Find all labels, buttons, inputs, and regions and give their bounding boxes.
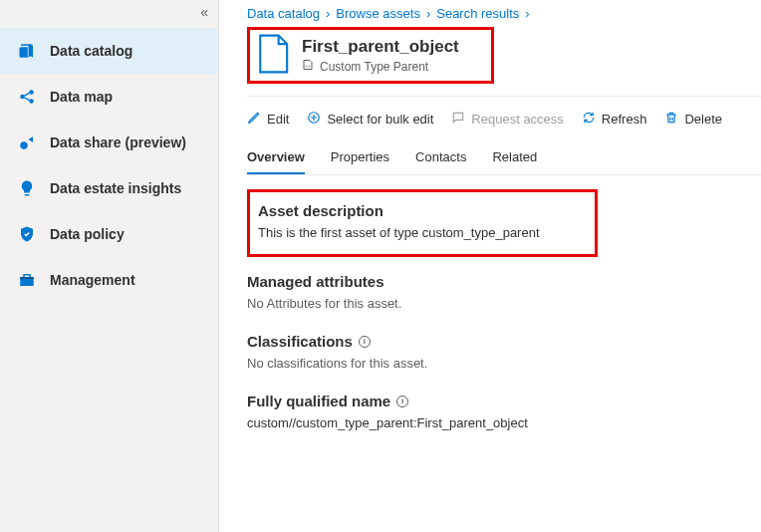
fully-qualified-name-section: Fully qualified name i custom//custom_ty… — [247, 377, 761, 436]
tab-overview[interactable]: Overview — [247, 143, 305, 174]
section-heading: Asset description — [258, 202, 587, 219]
chat-icon — [451, 111, 465, 128]
classifications-section: Classifications i No classifications for… — [247, 317, 761, 377]
asset-description-section: Asset description This is the first asse… — [247, 189, 598, 257]
info-icon[interactable]: i — [359, 336, 371, 348]
sidebar: « Data catalog Data map Data share (prev… — [0, 0, 219, 532]
section-heading: Fully qualified name i — [247, 393, 761, 409]
section-heading: Classifications i — [247, 333, 761, 350]
svg-rect-4 — [20, 277, 34, 279]
plus-circle-icon — [307, 111, 321, 128]
sidebar-item-data-share[interactable]: Data share (preview) — [0, 120, 218, 165]
sidebar-item-label: Data map — [50, 89, 113, 105]
managed-attributes-section: Managed attributes No Attributes for thi… — [247, 257, 761, 317]
section-text: custom//custom_type_parent:First_parent_… — [247, 415, 761, 430]
sidebar-item-label: Data share (preview) — [50, 134, 186, 150]
chevron-right-icon: › — [525, 6, 529, 21]
refresh-icon — [582, 111, 596, 128]
sidebar-item-data-map[interactable]: Data map — [0, 74, 218, 120]
section-text: No Attributes for this asset. — [247, 296, 761, 311]
section-heading: Managed attributes — [247, 273, 761, 290]
trash-icon — [664, 111, 678, 128]
sidebar-item-label: Data estate insights — [50, 180, 181, 196]
delete-button[interactable]: Delete — [664, 111, 722, 128]
shield-check-icon — [18, 225, 36, 243]
file-icon — [256, 34, 290, 77]
toolbox-icon — [18, 271, 36, 289]
chevron-right-icon: › — [426, 6, 430, 21]
breadcrumb-item[interactable]: Data catalog — [247, 6, 320, 21]
asset-header: First_parent_object Custom Type Parent — [247, 27, 494, 84]
lightbulb-icon — [18, 179, 36, 197]
collapse-icon[interactable]: « — [200, 4, 208, 20]
sidebar-item-label: Management — [50, 272, 135, 288]
share-arrow-icon — [18, 133, 36, 151]
tab-contacts[interactable]: Contacts — [415, 143, 466, 174]
main-content: Data catalog › Browse assets › Search re… — [219, 0, 761, 532]
sidebar-item-data-policy[interactable]: Data policy — [0, 211, 218, 257]
section-text: This is the first asset of type custom_t… — [258, 225, 587, 240]
share-nodes-icon — [18, 88, 36, 106]
sidebar-item-label: Data policy — [50, 226, 125, 242]
asset-subtitle: Custom Type Parent — [302, 59, 459, 74]
sidebar-item-management[interactable]: Management — [0, 257, 218, 303]
sidebar-item-label: Data catalog — [50, 43, 132, 59]
tab-properties[interactable]: Properties — [331, 143, 389, 174]
chevron-right-icon: › — [326, 6, 330, 21]
pencil-icon — [247, 111, 261, 128]
info-icon[interactable]: i — [396, 396, 408, 407]
breadcrumb-item[interactable]: Browse assets — [336, 6, 420, 21]
breadcrumb-item[interactable]: Search results — [436, 6, 519, 21]
refresh-button[interactable]: Refresh — [582, 111, 647, 128]
sidebar-item-data-estate-insights[interactable]: Data estate insights — [0, 165, 218, 211]
edit-button[interactable]: Edit — [247, 111, 289, 128]
section-text: No classifications for this asset. — [247, 356, 761, 371]
toolbar: Edit Select for bulk edit Request access… — [247, 96, 761, 137]
request-access-button: Request access — [451, 111, 564, 128]
select-bulk-button[interactable]: Select for bulk edit — [307, 111, 433, 128]
tabs: Overview Properties Contacts Related — [247, 143, 761, 175]
book-icon — [18, 42, 36, 60]
sidebar-item-data-catalog[interactable]: Data catalog — [0, 28, 218, 74]
asset-title: First_parent_object — [302, 37, 459, 57]
type-icon — [302, 59, 314, 74]
tab-related[interactable]: Related — [492, 143, 537, 174]
svg-point-3 — [20, 141, 28, 149]
breadcrumb: Data catalog › Browse assets › Search re… — [247, 4, 761, 27]
